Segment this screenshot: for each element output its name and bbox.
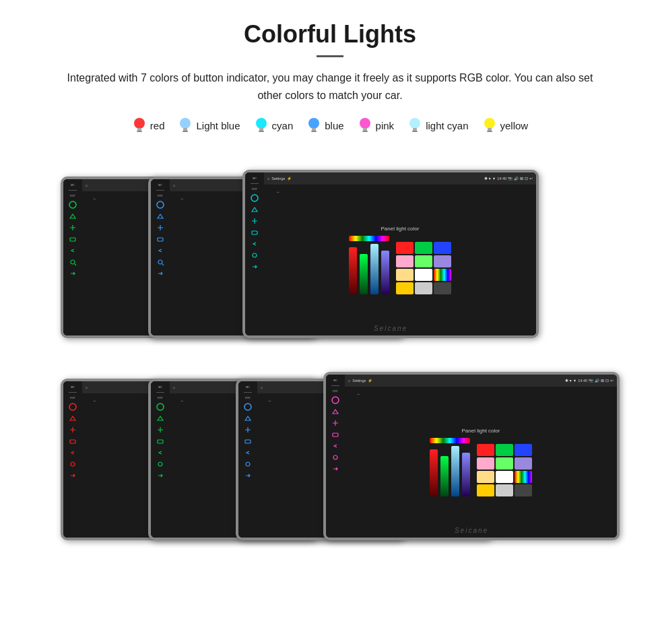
svg-point-24 [157, 201, 164, 208]
svg-point-27 [251, 195, 258, 201]
bulb-cyan [254, 116, 269, 135]
description-text: Integrated with 7 colors of button indic… [54, 69, 606, 104]
color-label-yellow: yellow [500, 120, 529, 131]
bottom-devices-row: MC RST ⌂Settin... ← [27, 352, 633, 540]
svg-point-33 [157, 404, 164, 410]
device-7: MC RST ⌂Settings⚡ [323, 372, 620, 540]
svg-rect-31 [70, 440, 75, 443]
color-item-red: red [132, 116, 165, 135]
svg-rect-40 [333, 433, 338, 437]
color-label-pink: pink [376, 120, 395, 131]
color-indicators: red Light blue cyan [27, 116, 633, 135]
svg-rect-13 [363, 128, 367, 131]
svg-point-23 [71, 260, 75, 264]
svg-point-36 [244, 404, 251, 410]
color-label-lightcyan: light cyan [426, 120, 468, 131]
svg-point-32 [71, 462, 75, 466]
color-item-lightblue: Light blue [178, 116, 240, 135]
svg-rect-8 [259, 131, 264, 132]
svg-point-41 [333, 455, 337, 459]
color-label-blue: blue [325, 120, 343, 131]
svg-rect-5 [183, 131, 188, 132]
color-item-pink: pink [358, 116, 395, 135]
color-label-red: red [150, 120, 165, 131]
svg-point-6 [256, 118, 267, 129]
device-3: MC RST ⌂Settings⚡ [242, 170, 539, 338]
color-item-cyan: cyan [254, 116, 294, 135]
color-item-yellow: yellow [482, 116, 529, 135]
svg-rect-19 [488, 128, 492, 131]
svg-rect-7 [259, 128, 263, 131]
bulb-blue [306, 116, 321, 135]
color-item-blue: blue [306, 116, 343, 135]
svg-rect-4 [183, 128, 187, 131]
svg-rect-11 [311, 131, 317, 132]
svg-point-30 [69, 404, 76, 410]
svg-rect-28 [252, 231, 257, 234]
svg-rect-25 [158, 238, 163, 241]
svg-point-12 [360, 118, 370, 129]
svg-point-18 [484, 118, 495, 129]
title-divider [317, 55, 343, 57]
svg-point-39 [332, 397, 339, 404]
svg-point-21 [69, 201, 76, 208]
color-item-lightcyan: light cyan [407, 116, 468, 135]
color-label-cyan: cyan [272, 120, 294, 131]
svg-rect-1 [137, 128, 141, 131]
watermark: Seicane [374, 325, 407, 332]
svg-point-0 [134, 118, 145, 129]
svg-rect-2 [137, 131, 142, 132]
svg-rect-20 [487, 131, 492, 132]
svg-point-26 [158, 260, 162, 264]
bulb-yellow [482, 116, 497, 135]
svg-rect-17 [412, 131, 418, 132]
bulb-lightcyan [407, 116, 422, 135]
color-label-lightblue: Light blue [196, 120, 240, 131]
page-container: Colorful Lights Integrated with 7 colors… [0, 0, 660, 560]
bulb-lightblue [178, 116, 193, 135]
svg-point-15 [409, 118, 420, 129]
svg-point-3 [180, 118, 191, 129]
svg-point-38 [246, 462, 250, 466]
bulb-red [132, 116, 147, 135]
svg-rect-37 [245, 440, 251, 443]
svg-rect-16 [413, 128, 417, 131]
svg-point-9 [308, 118, 319, 129]
bulb-pink [358, 116, 372, 135]
svg-rect-10 [312, 128, 316, 131]
svg-rect-22 [70, 238, 75, 241]
top-devices-row: MC RST ⌂ Se... [27, 150, 633, 338]
svg-rect-14 [362, 131, 368, 132]
svg-rect-34 [158, 440, 163, 443]
watermark-bottom: Seicane [455, 527, 488, 534]
svg-point-35 [158, 462, 162, 466]
page-title: Colorful Lights [27, 20, 633, 49]
svg-point-29 [253, 253, 257, 257]
